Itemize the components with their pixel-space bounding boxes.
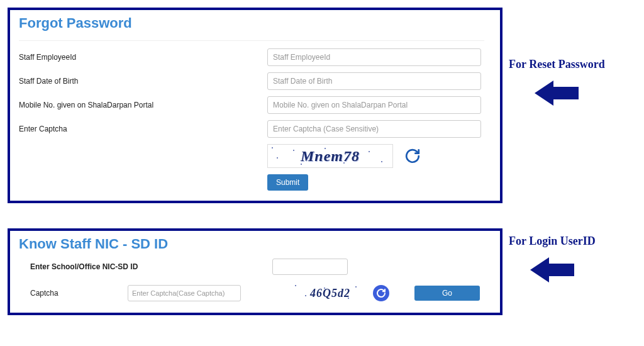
mobile-input[interactable]	[267, 96, 481, 114]
forgot-password-panel: Forgot Password Staff EmployeeId Staff D…	[8, 8, 502, 203]
svg-marker-0	[535, 81, 579, 106]
submit-button[interactable]: Submit	[267, 174, 308, 191]
label-mobile: Mobile No. given on ShalaDarpan Portal	[19, 101, 267, 109]
captcha2-input[interactable]	[128, 285, 241, 301]
know-staff-id-panel: Know Staff NIC - SD ID Enter School/Offi…	[8, 228, 502, 315]
staff-dob-input[interactable]	[267, 72, 481, 90]
staff-employeeid-input[interactable]	[267, 48, 481, 66]
annotation-reset-password: For Reset Password	[509, 58, 605, 109]
panel-title: Know Staff NIC - SD ID	[19, 236, 491, 252]
captcha2-image: 46Q5d2	[292, 284, 368, 303]
captcha-input[interactable]	[267, 120, 481, 138]
captcha-image: Mnem78	[267, 144, 393, 168]
label-staff-dob: Staff Date of Birth	[19, 77, 267, 86]
arrow-left-icon	[535, 77, 579, 109]
school-id-input[interactable]	[272, 259, 348, 275]
annotation-login-userid: For Login UserID	[509, 235, 596, 286]
arrow-left-icon	[530, 254, 574, 286]
label-captcha2: Captcha	[30, 289, 128, 298]
annotation-reset-text: For Reset Password	[509, 58, 605, 71]
captcha2-text: 46Q5d2	[310, 287, 350, 300]
label-staff-employeeid: Staff EmployeeId	[19, 53, 267, 62]
panel-title: Forgot Password	[19, 15, 491, 31]
label-school-id: Enter School/Office NIC-SD ID	[30, 262, 272, 271]
svg-marker-1	[530, 257, 574, 282]
go-button[interactable]: Go	[414, 286, 480, 301]
divider	[19, 40, 484, 41]
refresh-captcha2-icon[interactable]	[373, 285, 389, 301]
annotation-login-text: For Login UserID	[509, 235, 596, 248]
captcha-text: Mnem78	[301, 148, 360, 165]
label-captcha: Enter Captcha	[19, 125, 267, 133]
refresh-captcha-icon[interactable]	[404, 148, 421, 164]
